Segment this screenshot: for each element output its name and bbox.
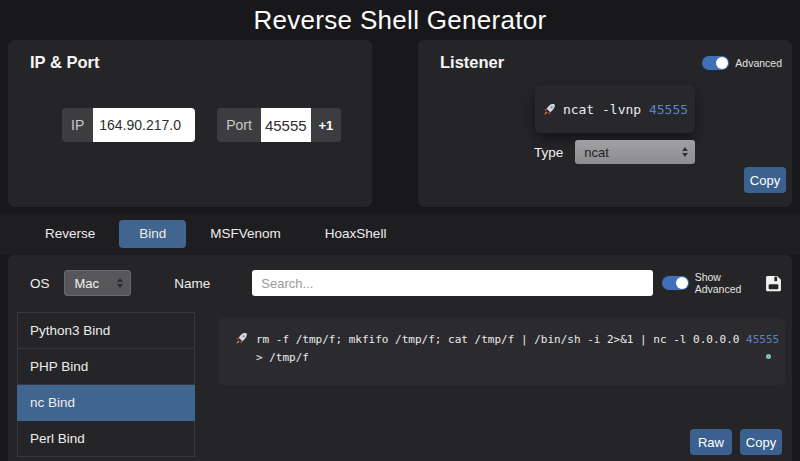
show-advanced-toggle-group: Show Advanced bbox=[662, 271, 756, 295]
port-group: Port +1 bbox=[217, 108, 341, 142]
show-advanced-label: Show Advanced bbox=[695, 271, 756, 295]
listener-panel: Listener Advanced ncat -lvnp 45555 Type … bbox=[418, 40, 792, 207]
listener-type-row: Type ncat bbox=[534, 140, 695, 164]
payload-command-text: rm -f /tmp/f; mkfifo /tmp/f; cat /tmp/f … bbox=[256, 333, 746, 346]
ip-label: IP bbox=[62, 108, 93, 142]
ip-port-inputs: IP Port +1 bbox=[62, 108, 341, 142]
listener-command-text: ncat -lvnp bbox=[563, 102, 649, 117]
filter-controls: OS Mac Name Show Advanced bbox=[8, 255, 792, 311]
listener-heading: Listener bbox=[440, 53, 504, 72]
ip-input[interactable] bbox=[93, 108, 195, 142]
header: Reverse Shell Generator bbox=[0, 0, 800, 40]
tab-msfvenom[interactable]: MSFVenom bbox=[190, 220, 301, 248]
toggle-knob bbox=[716, 57, 728, 69]
tab-bind[interactable]: Bind bbox=[119, 220, 186, 248]
list-item-perl-bind[interactable]: Perl Bind bbox=[17, 421, 195, 457]
rocket-icon bbox=[542, 103, 556, 117]
top-panels: IP & Port IP Port +1 Listener Advanced bbox=[0, 40, 800, 207]
os-select-value: Mac bbox=[75, 276, 100, 291]
listener-copy-button[interactable]: Copy bbox=[744, 167, 786, 193]
payload-command-suffix: > /tmp/f bbox=[256, 351, 309, 364]
tab-bar: Reverse Bind MSFVenom HoaxShell bbox=[0, 213, 800, 255]
raw-button[interactable]: Raw bbox=[690, 429, 732, 455]
shell-generator-panel: OS Mac Name Show Advanced Python3 Bind P… bbox=[8, 255, 792, 461]
listener-command: ncat -lvnp 45555 bbox=[563, 102, 688, 117]
save-icon[interactable] bbox=[765, 275, 782, 292]
listener-command-box[interactable]: ncat -lvnp 45555 bbox=[535, 85, 695, 133]
os-label: OS bbox=[30, 276, 50, 291]
status-dot bbox=[766, 354, 771, 359]
payload-command-port: 45555 bbox=[746, 333, 779, 346]
advanced-toggle[interactable] bbox=[702, 56, 729, 70]
payload-actions: Raw Copy bbox=[690, 429, 782, 455]
port-input[interactable] bbox=[261, 108, 311, 142]
advanced-toggle-group: Advanced bbox=[702, 56, 782, 70]
toggle-knob bbox=[676, 277, 688, 289]
listener-type-label: Type bbox=[534, 145, 563, 160]
listener-type-select[interactable]: ncat bbox=[575, 140, 695, 164]
list-item-python3-bind[interactable]: Python3 Bind bbox=[17, 313, 195, 349]
port-label: Port bbox=[217, 108, 261, 142]
advanced-toggle-label: Advanced bbox=[735, 57, 782, 69]
select-arrows-icon bbox=[682, 147, 688, 157]
list-item-php-bind[interactable]: PHP Bind bbox=[17, 349, 195, 385]
ip-port-panel: IP & Port IP Port +1 bbox=[8, 40, 372, 207]
page-title: Reverse Shell Generator bbox=[253, 5, 546, 36]
select-arrows-icon bbox=[117, 278, 123, 288]
port-increment-button[interactable]: +1 bbox=[311, 108, 341, 142]
list-item-nc-bind[interactable]: nc Bind bbox=[17, 385, 195, 421]
tab-reverse[interactable]: Reverse bbox=[25, 220, 115, 248]
tab-hoaxshell[interactable]: HoaxShell bbox=[305, 220, 407, 248]
copy-button[interactable]: Copy bbox=[740, 429, 782, 455]
os-select[interactable]: Mac bbox=[64, 270, 132, 296]
ip-group: IP bbox=[62, 108, 195, 142]
search-input[interactable] bbox=[252, 270, 652, 296]
payload-command-box[interactable]: rm -f /tmp/f; mkfifo /tmp/f; cat /tmp/f … bbox=[218, 318, 785, 385]
listener-command-port: 45555 bbox=[649, 102, 688, 117]
listener-type-value: ncat bbox=[584, 145, 609, 160]
ip-port-heading: IP & Port bbox=[30, 53, 99, 72]
rocket-icon bbox=[234, 332, 248, 346]
name-label: Name bbox=[174, 276, 210, 291]
show-advanced-toggle[interactable] bbox=[662, 276, 689, 290]
shell-list: Python3 Bind PHP Bind nc Bind Perl Bind bbox=[17, 312, 195, 457]
payload-command: rm -f /tmp/f; mkfifo /tmp/f; cat /tmp/f … bbox=[256, 331, 779, 385]
